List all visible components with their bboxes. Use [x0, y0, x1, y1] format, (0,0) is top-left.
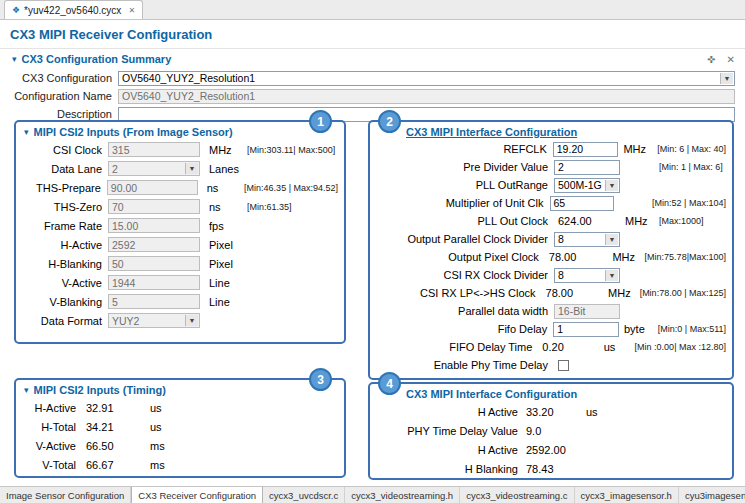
summary-section-header[interactable]: ▾ CX3 Configuration Summary ✜ ✕ — [0, 49, 745, 68]
pll-out-clock-value: 624.00 — [554, 215, 620, 227]
step-badge-3: 3 — [309, 368, 332, 391]
field-row: Data Format YUY2 ▼ — [16, 311, 344, 330]
output-parallel-clock-divider-select[interactable]: 8 ▼ — [554, 232, 620, 247]
cx3-configuration-value: OV5640_YUY2_Resolution1 — [122, 72, 255, 84]
tab-image-sensor-configuration[interactable]: Image Sensor Configuration — [0, 487, 131, 503]
h-active-input: 2592 — [108, 237, 200, 252]
v-active-input: 1944 — [108, 275, 200, 290]
unit-label: ms — [150, 440, 165, 452]
field-label: V-Total — [22, 459, 86, 471]
field-label: Parallel data width — [376, 305, 554, 317]
unit-label: ms — [150, 459, 165, 471]
field-row: Pre Divider Value 2 [Min: 1 | Max: 6] — [370, 158, 732, 176]
unit-label: byte — [624, 323, 658, 335]
pll-outrange-select[interactable]: 500M-1G ▼ — [554, 178, 620, 193]
field-label: Multiplier of Unit Clk — [376, 197, 550, 209]
field-label: H Active — [376, 444, 526, 456]
field-label: H Active — [376, 406, 526, 418]
field-label: V-Blanking — [22, 296, 108, 308]
unit-label: MHz — [209, 144, 247, 156]
group1-header[interactable]: ▾ MIPI CSI2 Inputs (From Image Sensor) — [16, 122, 344, 140]
editor-tab-bar: ❖ *yuv422_ov5640.cycx ✕ — [0, 0, 745, 20]
v-total-timing-value: 66.67 — [86, 459, 136, 471]
range-hint: [Min:0 | Max:511] — [658, 324, 726, 334]
field-label: H Blanking — [376, 463, 526, 475]
pin-icon[interactable]: ✜ — [707, 54, 715, 65]
field-label: FIFO Delay Time — [376, 341, 538, 353]
field-label: Data Lane — [22, 163, 108, 175]
unit-clk-multiplier-input[interactable]: 65 — [550, 196, 614, 211]
close-section-icon[interactable]: ✕ — [727, 54, 735, 65]
field-row: FIFO Delay Time 0.20 us [Min :0.00| Max … — [370, 338, 732, 356]
field-row: PLL OutRange 500M-1G ▼ — [370, 176, 732, 194]
group1-title: MIPI CSI2 Inputs (From Image Sensor) — [34, 126, 233, 138]
tab-cx3-receiver-configuration[interactable]: CX3 Receiver Configuration — [131, 487, 263, 503]
tab-close-icon[interactable]: ✕ — [128, 6, 135, 15]
configuration-name-input: OV5640_YUY2_Resolution1 — [118, 89, 735, 104]
unit-label: us — [604, 341, 635, 353]
chevron-down-icon: ▼ — [185, 315, 198, 326]
collapse-arrow-icon[interactable]: ▾ — [12, 54, 17, 64]
step-badge-4: 4 — [378, 372, 401, 395]
unit-label: ns — [209, 201, 247, 213]
field-row: Output Parallel Clock Divider 8 ▼ — [370, 230, 732, 248]
h-blanking-input: 50 — [108, 256, 200, 271]
unit-label: Line — [209, 277, 247, 289]
range-hint: [Min:52 | Max:104] — [652, 198, 726, 208]
collapse-arrow-icon[interactable]: ▾ — [24, 127, 29, 137]
tab-cycx3-videostreaming-c[interactable]: cycx3_videostreaming.c — [460, 487, 574, 503]
pre-divider-input[interactable]: 2 — [554, 160, 620, 175]
field-label: Fifo Delay — [376, 323, 553, 335]
fifo-delay-time-value: 0.20 — [538, 341, 598, 353]
csi-rx-clock-divider-select[interactable]: 8 ▼ — [554, 268, 620, 283]
tab-cycx3-imagesensor-h[interactable]: cycx3_imagesensor.h — [575, 487, 679, 503]
field-row: Frame Rate 15.00 fps — [16, 216, 344, 235]
range-hint: [Min: 1 | Max: 6] — [659, 162, 726, 172]
group2-header[interactable]: CX3 MIPI Interface Configuration — [370, 122, 732, 140]
pll-outrange-value: 500M-1G — [558, 179, 602, 191]
refclk-input[interactable]: 19.20 — [553, 142, 619, 157]
group3-header[interactable]: ▾ MIPI CSI2 Inputs (Timing) — [16, 380, 344, 398]
field-label: THS-Prepare — [22, 182, 107, 194]
description-label: Description — [0, 108, 118, 120]
field-label: V-Active — [22, 440, 86, 452]
group4-title: CX3 MIPI Interface Configuration — [406, 388, 577, 400]
editor-tab-label: *yuv422_ov5640.cycx — [24, 5, 121, 16]
cx3-configuration-select[interactable]: OV5640_YUY2_Resolution1 ▼ — [118, 71, 735, 86]
range-hint: [Min:75.78|Max:100] — [645, 252, 726, 262]
field-row: PLL Out Clock 624.00 MHz [Max:1000] — [370, 212, 732, 230]
editor-tab[interactable]: ❖ *yuv422_ov5640.cycx ✕ — [4, 0, 143, 19]
unit-label: ns — [207, 182, 244, 194]
field-row: THS-Prepare 90.00 ns [Min:46.35 | Max:94… — [16, 178, 344, 197]
range-hint: [Min:61.35] — [247, 202, 338, 212]
range-hint: [Min:303.11| Max:500] — [247, 145, 338, 155]
page-title: CX3 MIPI Receiver Configuration — [0, 20, 745, 49]
field-row: Enable Phy Time Delay — [370, 356, 732, 374]
fifo-delay-input[interactable]: 1 — [553, 322, 619, 337]
field-row: H-Total 34.21 us — [16, 417, 344, 436]
chevron-down-icon: ▼ — [720, 73, 733, 84]
tab-cyu3imagesensor-c[interactable]: cyu3imagesensor.c — [679, 487, 745, 503]
cx3-configuration-label: CX3 Configuration — [0, 72, 118, 84]
tab-cycx3-uvcdscr-c[interactable]: cycx3_uvcdscr.c — [263, 487, 345, 503]
field-label: H-Total — [22, 421, 86, 433]
cx3-mipi-interface-timing-group: 4 CX3 MIPI Interface Configuration H Act… — [368, 382, 734, 480]
chevron-down-icon: ▼ — [605, 234, 618, 245]
unit-label: Pixel — [209, 239, 247, 251]
field-label: PLL OutRange — [376, 179, 554, 191]
data-format-value: YUY2 — [112, 315, 139, 327]
field-label: THS-Zero — [22, 201, 108, 213]
frame-rate-input: 15.00 — [108, 218, 200, 233]
h-blanking-value: 78.43 — [526, 463, 582, 475]
unit-label: MHz — [625, 215, 659, 227]
field-label: H-Active — [22, 402, 86, 414]
collapse-arrow-icon[interactable]: ▾ — [24, 385, 29, 395]
field-label: Data Format — [22, 315, 108, 327]
h-active-pixels-value: 2592.00 — [526, 444, 582, 456]
enable-phy-time-delay-checkbox[interactable] — [558, 360, 569, 371]
mipi-csi2-inputs-group: 1 ▾ MIPI CSI2 Inputs (From Image Sensor)… — [14, 120, 346, 344]
field-row: Output Pixel Clock 78.00 MHz [Min:75.78|… — [370, 248, 732, 266]
group4-header[interactable]: CX3 MIPI Interface Configuration — [370, 384, 732, 402]
tab-cycx3-videostreaming-h[interactable]: cycx3_videostreaming.h — [345, 487, 460, 503]
field-row: H Blanking 78.43 — [370, 459, 732, 478]
